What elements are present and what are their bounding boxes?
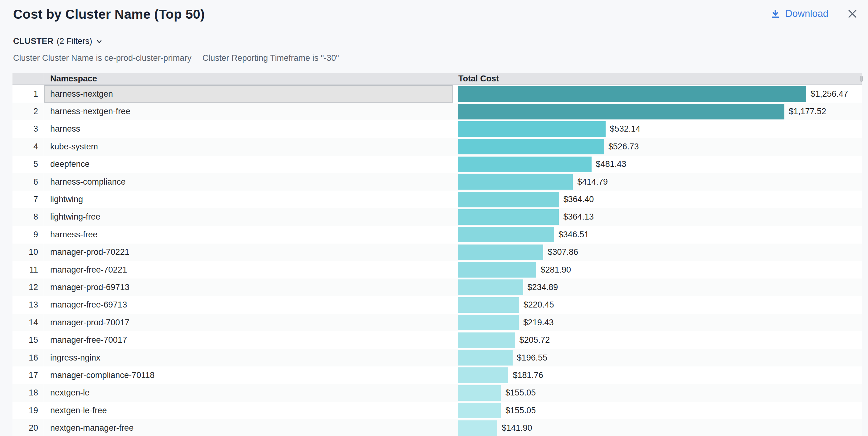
table-row[interactable]: 9 harness-free $346.51	[12, 226, 862, 243]
table-row[interactable]: 14 manager-prod-70017 $219.43	[12, 314, 862, 331]
table-row[interactable]: 16 ingress-nginx $196.55	[12, 349, 862, 367]
table-header-row: Namespace Total Cost	[12, 73, 862, 85]
row-value: $234.89	[528, 283, 558, 292]
row-rank: 11	[29, 265, 38, 275]
page-title: Cost by Cluster Name (Top 50)	[13, 7, 205, 22]
row-cost-cell: $364.13	[453, 208, 862, 226]
row-bar	[458, 421, 497, 436]
row-rank-cell: 10	[12, 244, 44, 261]
row-namespace: nextgen-le-free	[50, 406, 107, 415]
row-namespace-cell: manager-free-70017	[44, 331, 453, 349]
vertical-scrollbar-thumb[interactable]	[860, 76, 863, 82]
row-namespace: nextgen-le	[50, 388, 90, 398]
table-row[interactable]: 6 harness-compliance $414.79	[12, 173, 862, 191]
table-body: 1 harness-nextgen $1,256.47 2 harness-ne…	[12, 85, 862, 436]
row-cost-cell: $220.45	[453, 296, 862, 314]
table-row[interactable]: 3 harness $532.14	[12, 120, 862, 138]
row-rank-cell: 4	[12, 138, 44, 155]
row-value: $526.73	[609, 142, 639, 152]
table-row[interactable]: 10 manager-prod-70221 $307.86	[12, 244, 862, 261]
table-row[interactable]: 13 manager-free-69713 $220.45	[12, 296, 862, 314]
row-value: $346.51	[558, 230, 589, 240]
row-bar	[458, 192, 559, 208]
row-value: $281.90	[540, 265, 571, 275]
table-row[interactable]: 11 manager-free-70221 $281.90	[12, 261, 862, 279]
row-value: $1,256.47	[811, 89, 848, 99]
row-cost-cell: $307.86	[453, 244, 862, 261]
row-cost-cell: $141.90	[453, 419, 862, 436]
row-rank-cell: 12	[12, 279, 44, 296]
close-button[interactable]	[847, 8, 858, 19]
download-label: Download	[785, 8, 828, 19]
row-namespace: manager-free-69713	[50, 300, 127, 310]
row-bar	[458, 315, 519, 330]
row-rank-cell: 18	[12, 384, 44, 402]
row-rank-cell: 20	[12, 419, 44, 436]
row-namespace: manager-prod-70221	[50, 247, 129, 257]
row-rank-cell: 13	[12, 296, 44, 314]
row-cost-cell: $414.79	[453, 173, 862, 191]
download-icon	[770, 8, 781, 19]
table-row[interactable]: 12 manager-prod-69713 $234.89	[12, 279, 862, 296]
row-cost-cell: $1,256.47	[453, 85, 862, 103]
row-bar	[458, 86, 806, 102]
row-value: $155.05	[505, 388, 536, 398]
row-namespace: lightwing	[50, 195, 83, 204]
header-cell-namespace[interactable]: Namespace	[44, 73, 453, 85]
table-row[interactable]: 19 nextgen-le-free $155.05	[12, 402, 862, 419]
cluster-filters-toggle[interactable]: CLUSTER (2 Filters)	[13, 36, 103, 46]
total-cost-column-label: Total Cost	[458, 74, 499, 84]
row-rank-cell: 11	[12, 261, 44, 279]
row-rank-cell: 1	[12, 85, 44, 103]
row-namespace-cell: lightwing	[44, 191, 453, 208]
row-namespace: harness-nextgen	[50, 89, 113, 99]
header-cell-rank[interactable]	[12, 73, 44, 85]
table-row[interactable]: 5 deepfence $481.43	[12, 156, 862, 173]
row-cost-cell: $1,177.52	[453, 103, 862, 120]
header-cell-total-cost[interactable]: Total Cost	[453, 73, 862, 85]
row-rank: 14	[29, 318, 38, 328]
download-button[interactable]: Download	[770, 8, 828, 19]
row-rank: 7	[33, 195, 38, 204]
table-row[interactable]: 17 manager-compliance-70118 $181.76	[12, 367, 862, 384]
row-bar	[458, 279, 523, 295]
table-row[interactable]: 15 manager-free-70017 $205.72	[12, 331, 862, 349]
row-rank: 4	[33, 142, 38, 152]
table-row[interactable]: 2 harness-nextgen-free $1,177.52	[12, 103, 862, 120]
row-namespace: manager-prod-70017	[50, 318, 129, 328]
row-bar	[458, 139, 604, 154]
row-rank: 15	[29, 335, 38, 345]
row-bar	[458, 157, 592, 172]
row-cost-cell: $526.73	[453, 138, 862, 155]
row-cost-cell: $346.51	[453, 226, 862, 243]
table-row[interactable]: 18 nextgen-le $155.05	[12, 384, 862, 402]
table-row[interactable]: 20 nextgen-manager-free $141.90	[12, 419, 862, 436]
row-value: $364.40	[563, 195, 594, 204]
row-bar	[458, 403, 501, 418]
row-namespace-cell: harness-free	[44, 226, 453, 243]
table-row[interactable]: 7 lightwing $364.40	[12, 191, 862, 208]
cost-by-cluster-panel: Cost by Cluster Name (Top 50) Download C…	[0, 0, 868, 436]
row-rank: 2	[33, 107, 38, 116]
row-namespace-cell: harness-nextgen	[44, 85, 453, 103]
cost-table: Namespace Total Cost 1 harness-nextgen $…	[12, 73, 862, 436]
row-cost-cell: $219.43	[453, 314, 862, 331]
table-row[interactable]: 1 harness-nextgen $1,256.47	[12, 85, 862, 103]
row-namespace-cell: ingress-nginx	[44, 349, 453, 367]
row-rank: 9	[33, 230, 38, 240]
table-row[interactable]: 8 lightwing-free $364.13	[12, 208, 862, 226]
row-rank-cell: 5	[12, 156, 44, 173]
row-cost-cell: $205.72	[453, 331, 862, 349]
row-namespace-cell: manager-compliance-70118	[44, 367, 453, 384]
table-row[interactable]: 4 kube-system $526.73	[12, 138, 862, 155]
row-bar	[458, 245, 543, 260]
row-rank-cell: 15	[12, 331, 44, 349]
row-rank: 16	[29, 353, 38, 363]
row-value: $196.55	[517, 353, 548, 363]
row-rank-cell: 19	[12, 402, 44, 419]
row-namespace: nextgen-manager-free	[50, 423, 133, 433]
row-rank-cell: 16	[12, 349, 44, 367]
row-cost-cell: $155.05	[453, 402, 862, 419]
row-rank-cell: 6	[12, 173, 44, 191]
row-namespace: harness-nextgen-free	[50, 107, 130, 116]
